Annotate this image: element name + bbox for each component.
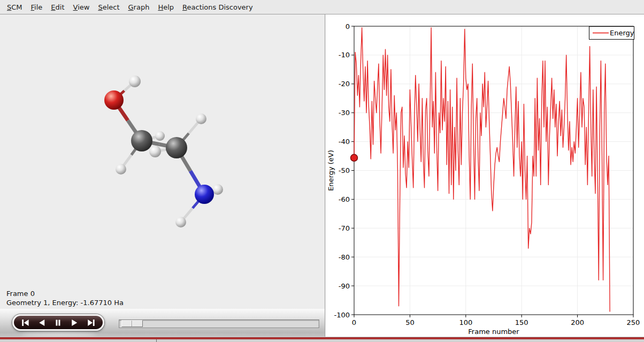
molecule-viewport[interactable] xyxy=(0,14,325,309)
y-tick-label: -100 xyxy=(334,311,350,319)
y-tick-label: -30 xyxy=(339,109,350,117)
menu-item-select[interactable]: Select xyxy=(94,1,124,14)
atom-h[interactable] xyxy=(196,113,206,124)
frame-label: Frame 0 xyxy=(6,289,124,298)
pause-icon xyxy=(54,319,62,326)
play-backward-icon xyxy=(38,319,46,326)
atom-h[interactable] xyxy=(116,164,126,174)
menubar: SCMFileEditViewSelectGraphHelpReactions … xyxy=(0,0,644,14)
x-tick-label: 200 xyxy=(571,318,584,326)
background-window-edge xyxy=(0,337,644,342)
skip-to-end-icon xyxy=(87,319,95,326)
x-tick-label: 250 xyxy=(627,318,640,326)
x-axis-label: Frame number xyxy=(468,328,519,336)
energy-chart[interactable]: 0-10-20-30-40-50-60-70-80-90-10005010015… xyxy=(326,14,644,337)
y-tick-label: -80 xyxy=(339,253,350,261)
background-window-divider xyxy=(156,339,157,342)
skip-to-end-button[interactable] xyxy=(85,318,98,328)
menu-item-graph[interactable]: Graph xyxy=(124,1,154,14)
atom-h[interactable] xyxy=(149,146,161,157)
playback-controls xyxy=(0,309,325,337)
pause-button[interactable] xyxy=(51,318,65,328)
y-tick-label: -60 xyxy=(339,195,350,203)
x-tick-label: 100 xyxy=(459,318,472,326)
menu-item-help[interactable]: Help xyxy=(154,1,178,14)
play-backward-button[interactable] xyxy=(35,318,49,328)
y-tick-label: -70 xyxy=(339,224,350,232)
y-tick-label: -40 xyxy=(339,138,350,146)
geometry-energy-label: Geometry 1, Energy: -1.67710 Ha xyxy=(6,298,124,307)
y-tick-label: 0 xyxy=(346,22,350,31)
current-frame-marker[interactable] xyxy=(351,154,358,161)
molecule-viewer-pane: Frame 0 Geometry 1, Energy: -1.67710 Ha xyxy=(0,14,325,337)
play-forward-icon xyxy=(71,319,79,326)
atom-o[interactable] xyxy=(104,90,124,110)
legend: Energy xyxy=(589,27,634,40)
atom-h[interactable] xyxy=(129,75,141,87)
frame-status: Frame 0 Geometry 1, Energy: -1.67710 Ha xyxy=(6,289,124,307)
frame-slider-handle[interactable] xyxy=(121,320,143,327)
player-button-group xyxy=(12,314,104,331)
atom-c[interactable] xyxy=(166,137,187,158)
app-window: SCMFileEditViewSelectGraphHelpReactions … xyxy=(0,0,644,342)
x-tick-label: 50 xyxy=(405,318,415,326)
skip-to-start-icon xyxy=(21,319,29,326)
x-tick-label: 150 xyxy=(515,318,528,326)
atom-h[interactable] xyxy=(212,184,223,195)
y-tick-label: -90 xyxy=(339,282,350,290)
y-tick-label: -10 xyxy=(339,51,350,59)
background-window-red-line xyxy=(0,337,644,339)
menu-item-file[interactable]: File xyxy=(27,1,47,14)
skip-to-start-button[interactable] xyxy=(18,318,32,328)
x-tick-label: 0 xyxy=(352,318,356,326)
energy-line xyxy=(354,28,610,312)
atom-h[interactable] xyxy=(175,217,186,227)
atom-n[interactable] xyxy=(195,185,214,204)
y-tick-label: -50 xyxy=(339,166,350,174)
atom-h[interactable] xyxy=(155,131,165,141)
frame-slider[interactable] xyxy=(119,320,319,328)
energy-chart-pane: 0-10-20-30-40-50-60-70-80-90-10005010015… xyxy=(326,14,644,337)
play-forward-button[interactable] xyxy=(68,318,82,328)
y-axis-label: Energy (eV) xyxy=(327,150,335,191)
y-tick-label: -20 xyxy=(339,80,350,88)
atom-c[interactable] xyxy=(131,130,152,151)
legend-label: Energy xyxy=(610,29,634,37)
menu-item-scm[interactable]: SCM xyxy=(3,1,27,14)
menu-item-view[interactable]: View xyxy=(69,1,94,14)
menu-item-reactions-discovery[interactable]: Reactions Discovery xyxy=(178,1,257,14)
menu-item-edit[interactable]: Edit xyxy=(47,1,68,14)
